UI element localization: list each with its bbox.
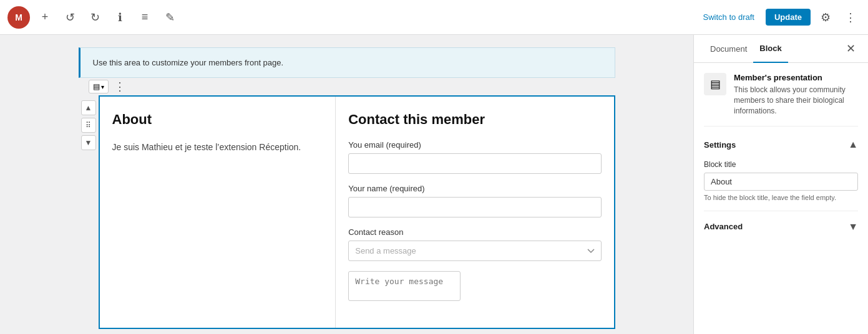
gear-icon: ⚙ <box>821 11 831 24</box>
avatar[interactable]: M <box>7 6 30 29</box>
close-icon: ✕ <box>846 42 856 55</box>
main-layout: Use this area to customize your members … <box>0 35 868 334</box>
add-icon: + <box>42 11 49 24</box>
sidebar-content: ▤ Member's presentation This block allow… <box>694 63 868 334</box>
name-label: Your name (required) <box>348 184 601 193</box>
list-icon: ≡ <box>142 11 149 24</box>
message-textarea[interactable] <box>348 271 461 301</box>
undo-icon: ↺ <box>66 11 75 24</box>
contact-title: Contact this member <box>348 112 601 128</box>
advanced-header-label: Advanced <box>704 222 743 231</box>
member-presentation-icon: ▤ <box>710 77 721 91</box>
email-input[interactable] <box>348 153 601 174</box>
right-sidebar: Document Block ✕ ▤ Member's presentation… <box>693 35 868 334</box>
email-form-group: You email (required) <box>348 140 601 174</box>
list-view-button[interactable]: ≡ <box>135 7 155 27</box>
more-options-button[interactable]: ⋮ <box>841 7 861 27</box>
sidebar-close-button[interactable]: ✕ <box>844 35 858 62</box>
side-nav: ▲ ⠿ ▼ <box>79 95 99 155</box>
block-icon: ▤ <box>704 73 726 95</box>
chevron-down-icon: ▾ <box>101 84 104 90</box>
members-banner: Use this area to customize your members … <box>79 47 615 78</box>
tab-document[interactable]: Document <box>704 35 753 63</box>
message-form-group <box>348 271 601 303</box>
about-title: About <box>112 112 323 128</box>
content-with-nav: ▲ ⠿ ▼ About Je suis Mathieu et je teste … <box>79 95 615 329</box>
name-form-group: Your name (required) <box>348 184 601 217</box>
move-down-button[interactable]: ▼ <box>81 135 96 150</box>
about-column: About Je suis Mathieu et je teste l’exte… <box>100 97 336 328</box>
info-icon: ℹ <box>118 11 122 24</box>
block-more-button[interactable]: ⋮ <box>111 78 129 95</box>
editor-inner: Use this area to customize your members … <box>66 47 628 334</box>
block-toolbar-row: ▤ ▾ ⋮ <box>79 78 615 95</box>
block-title-label: Block title <box>704 160 858 169</box>
block-info-section: ▤ Member's presentation This block allow… <box>704 73 858 126</box>
content-columns: About Je suis Mathieu et je teste l’exte… <box>99 95 615 329</box>
collapse-icon: ▲ <box>848 139 858 150</box>
block-type-button[interactable]: ▤ ▾ <box>89 80 109 93</box>
editor-area: Use this area to customize your members … <box>0 35 693 334</box>
contact-column: Contact this member You email (required)… <box>336 97 613 328</box>
chevron-up-icon: ▲ <box>85 103 92 112</box>
drag-handle-button[interactable]: ⠿ <box>81 118 96 133</box>
advanced-header-toggle[interactable]: Advanced ▼ <box>704 211 858 232</box>
edit-button[interactable]: ✎ <box>160 7 180 27</box>
advanced-section: Advanced ▼ <box>704 211 858 232</box>
block-info-desc: This block allows your community members… <box>734 85 858 116</box>
add-block-toolbar-button[interactable]: + <box>35 7 55 27</box>
reason-form-group: Contact reason Send a message <box>348 227 601 261</box>
block-title-input[interactable] <box>704 173 858 191</box>
tab-block[interactable]: Block <box>753 35 788 63</box>
expand-icon: ▼ <box>848 221 858 232</box>
ellipsis-icon: ⋮ <box>845 11 856 24</box>
reason-label: Contact reason <box>348 227 601 237</box>
name-input[interactable] <box>348 197 601 217</box>
drag-icon: ⠿ <box>85 121 91 130</box>
settings-button[interactable]: ⚙ <box>816 7 836 27</box>
info-button[interactable]: ℹ <box>110 7 130 27</box>
block-title-hint: To hide the block title, leave the field… <box>704 193 858 203</box>
chevron-down-icon: ▼ <box>85 138 92 147</box>
redo-icon: ↻ <box>90 11 100 24</box>
edit-icon: ✎ <box>165 11 175 24</box>
update-button[interactable]: Update <box>766 9 811 26</box>
about-text: Je suis Mathieu et je teste l’extension … <box>112 140 323 154</box>
block-info-name: Member's presentation <box>734 73 858 82</box>
ellipsis-vertical-icon: ⋮ <box>114 80 125 93</box>
banner-text: Use this area to customize your members … <box>93 58 284 67</box>
settings-header-label: Settings <box>704 140 736 150</box>
block-type-icon: ▤ <box>93 82 100 91</box>
block-title-field: Block title To hide the block title, lea… <box>704 160 858 203</box>
undo-button[interactable]: ↺ <box>60 7 80 27</box>
reason-select[interactable]: Send a message <box>348 241 601 261</box>
email-label: You email (required) <box>348 140 601 150</box>
main-toolbar: M + ↺ ↻ ℹ ≡ ✎ Switch to draft Update ⚙ ⋮ <box>0 0 868 35</box>
move-up-button[interactable]: ▲ <box>81 100 96 115</box>
redo-button[interactable]: ↻ <box>85 7 105 27</box>
block-info-text: Member's presentation This block allows … <box>734 73 858 116</box>
switch-to-draft-button[interactable]: Switch to draft <box>697 9 761 26</box>
settings-header-toggle[interactable]: Settings ▲ <box>704 139 858 150</box>
settings-section: Settings ▲ Block title To hide the block… <box>704 139 858 203</box>
sidebar-tabs: Document Block ✕ <box>694 35 868 63</box>
